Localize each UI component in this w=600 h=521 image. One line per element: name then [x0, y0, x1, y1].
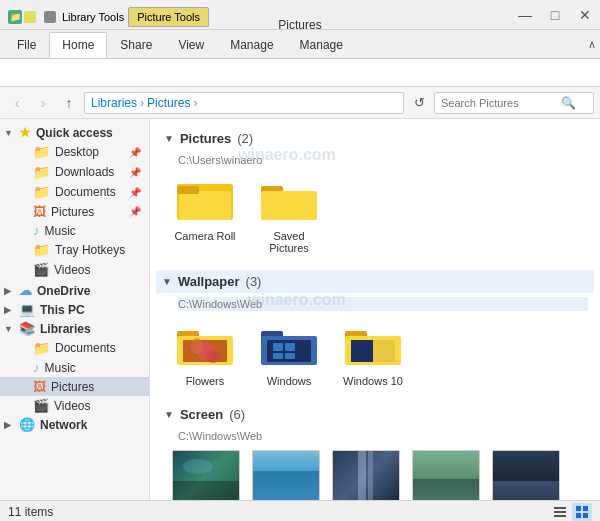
svg-rect-25: [373, 340, 395, 362]
pin-icon[interactable]: 📌: [129, 167, 141, 178]
star-icon: ★: [19, 125, 31, 140]
sidebar-item-quick-access[interactable]: ▼ ★ Quick access: [0, 123, 149, 142]
pin-icon[interactable]: 📌: [129, 147, 141, 158]
folder-item-camera-roll[interactable]: Camera Roll: [170, 174, 240, 254]
svg-rect-27: [554, 511, 566, 513]
sidebar-item-videos-qa[interactable]: 🎬 Videos: [0, 260, 149, 279]
img-thumb-100: [172, 450, 240, 500]
svg-point-13: [206, 349, 220, 363]
search-input[interactable]: [441, 97, 561, 109]
ribbon-tab-view[interactable]: View: [165, 32, 217, 58]
sidebar-item-documents-lib[interactable]: 📁 Documents: [0, 338, 149, 358]
sidebar-item-pictures-qa[interactable]: 🖼 Pictures 📌: [0, 202, 149, 221]
group-title: Screen: [180, 407, 223, 422]
folder-icon: 📁: [33, 164, 50, 180]
ribbon-tab-manage2[interactable]: Manage: [287, 32, 356, 58]
title-bar: 📁 Library Tools Picture Tools Pictures —…: [0, 0, 600, 30]
breadcrumb-libraries[interactable]: Libraries: [91, 96, 137, 110]
folder-grid-wallpaper: Flowers: [162, 315, 588, 391]
expand-icon: ▶: [4, 305, 14, 315]
breadcrumb-pictures[interactable]: Pictures: [147, 96, 190, 110]
group-count: (6): [229, 407, 245, 422]
folder-item-windows[interactable]: Windows: [254, 319, 324, 387]
ribbon-tab-home[interactable]: Home: [49, 32, 107, 58]
nav-forward-button[interactable]: ›: [32, 92, 54, 114]
img-item-103[interactable]: img103: [410, 450, 482, 500]
sidebar-item-label: Libraries: [40, 322, 91, 336]
img-item-100[interactable]: img100: [170, 450, 242, 500]
tab-library[interactable]: Library Tools: [62, 11, 124, 23]
svg-rect-29: [576, 506, 581, 511]
sidebar-item-network[interactable]: ▶ 🌐 Network: [0, 415, 149, 434]
expand-icon: ▶: [4, 420, 14, 430]
sidebar-item-documents[interactable]: 📁 Documents 📌: [0, 182, 149, 202]
folder-label: Camera Roll: [174, 230, 235, 242]
group-path: C:\Windows\Web: [178, 430, 588, 442]
minimize-button[interactable]: —: [510, 0, 540, 30]
folder-icon-wrap: [259, 174, 319, 226]
window-controls: — □ ✕: [510, 0, 600, 29]
pictures-icon: 🖼: [33, 204, 46, 219]
sidebar-item-music-lib[interactable]: ♪ Music: [0, 358, 149, 377]
pin-icon[interactable]: 📌: [129, 187, 141, 198]
folder-svg: [345, 321, 401, 369]
ribbon-tab-share[interactable]: Share: [107, 32, 165, 58]
sidebar-item-onedrive[interactable]: ▶ ☁ OneDrive: [0, 281, 149, 300]
sidebar-item-desktop[interactable]: 📁 Desktop 📌: [0, 142, 149, 162]
img-item-101[interactable]: img101: [250, 450, 322, 500]
path-separator-1: ›: [140, 96, 144, 110]
ribbon-tab-file[interactable]: File: [4, 32, 49, 58]
sidebar-item-label: Downloads: [55, 165, 114, 179]
view-list-button[interactable]: [550, 503, 570, 521]
svg-rect-4: [177, 186, 199, 194]
pin-icon[interactable]: 📌: [129, 206, 141, 217]
ribbon-tab-manage1[interactable]: Manage: [217, 32, 286, 58]
sidebar-item-music-qa[interactable]: ♪ Music: [0, 221, 149, 240]
sidebar-item-label: Documents: [55, 341, 116, 355]
folder-svg: [261, 321, 317, 369]
nav-up-button[interactable]: ↑: [58, 92, 80, 114]
sidebar-item-label: Music: [45, 361, 76, 375]
refresh-button[interactable]: ↺: [408, 92, 430, 114]
expand-icon: ▶: [4, 286, 14, 296]
sidebar-item-label: Music: [45, 224, 76, 238]
group-path: C:\Windows\Web winaero.com: [178, 297, 588, 311]
svg-rect-26: [554, 507, 566, 509]
folder-item-flowers[interactable]: Flowers: [170, 319, 240, 387]
sidebar-item-downloads[interactable]: 📁 Downloads 📌: [0, 162, 149, 182]
sidebar-item-tray-hotkeys[interactable]: 📁 Tray Hotkeys: [0, 240, 149, 260]
window-title: Pictures: [278, 17, 321, 31]
folder-item-saved-pictures[interactable]: Saved Pictures: [254, 174, 324, 254]
address-path[interactable]: Libraries › Pictures ›: [84, 92, 404, 114]
sidebar-item-label: Videos: [54, 399, 90, 413]
folder-icon-wrap: [175, 319, 235, 371]
sidebar-item-videos-lib[interactable]: 🎬 Videos: [0, 396, 149, 415]
watermark: winaero.com: [248, 291, 346, 309]
close-button[interactable]: ✕: [570, 0, 600, 30]
svg-rect-7: [263, 191, 315, 220]
search-icon: 🔍: [561, 96, 576, 110]
folder-item-windows10[interactable]: Windows 10: [338, 319, 408, 387]
group-chevron[interactable]: ▼: [162, 276, 172, 287]
folder-icon: 📁: [33, 242, 50, 258]
img-item-102[interactable]: img102: [330, 450, 402, 500]
video-icon: 🎬: [33, 262, 49, 277]
sidebar-item-this-pc[interactable]: ▶ 💻 This PC: [0, 300, 149, 319]
svg-rect-24: [351, 340, 373, 362]
tab-picture[interactable]: Picture Tools: [128, 7, 209, 27]
group-chevron[interactable]: ▼: [164, 409, 174, 420]
sidebar-item-libraries[interactable]: ▼ 📚 Libraries: [0, 319, 149, 338]
ribbon-toggle[interactable]: ∧: [588, 38, 596, 51]
group-header-screen: ▼ Screen (6): [162, 403, 588, 426]
folder-label: Saved Pictures: [254, 230, 324, 254]
img-item-104[interactable]: img104: [490, 450, 562, 500]
view-grid-button[interactable]: [572, 503, 592, 521]
group-chevron[interactable]: ▼: [164, 133, 174, 144]
search-box[interactable]: 🔍: [434, 92, 594, 114]
sidebar-item-pictures-lib[interactable]: 🖼 Pictures: [0, 377, 149, 396]
status-bar-right: [550, 503, 592, 521]
maximize-button[interactable]: □: [540, 0, 570, 30]
group-title: Pictures: [180, 131, 231, 146]
nav-back-button[interactable]: ‹: [6, 92, 28, 114]
folder-label: Flowers: [186, 375, 225, 387]
